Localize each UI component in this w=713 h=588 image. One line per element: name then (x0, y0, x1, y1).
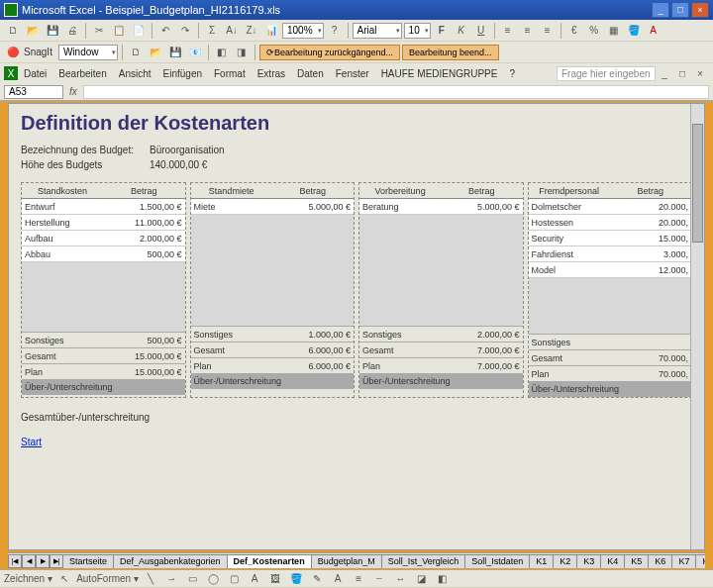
empty-row[interactable] (359, 243, 523, 256)
menu-fenster[interactable]: Fenster (330, 66, 375, 81)
arrow-icon[interactable]: → (162, 570, 180, 588)
clipart-icon[interactable]: 🖼 (266, 570, 284, 588)
menu-bearbeiten[interactable]: Bearbeiten (52, 66, 112, 81)
zoom-select[interactable]: 100% (282, 23, 324, 39)
menu-daten[interactable]: Daten (291, 66, 330, 81)
empty-row[interactable] (22, 276, 185, 290)
vertical-scrollbar[interactable] (690, 104, 704, 549)
formula-input[interactable] (83, 85, 709, 99)
menu-extras[interactable]: Extras (252, 66, 291, 81)
tool-icon-1[interactable]: 🗋 (127, 44, 145, 61)
help-icon[interactable]: ? (326, 22, 344, 40)
arrowstyle-icon[interactable]: ↔ (391, 570, 409, 588)
revert-edit-button[interactable]: ⟳ Bearbeitung zurückgängend... (259, 45, 400, 60)
table-row[interactable]: Miete5.000,00 € (191, 199, 355, 215)
sheet-tab-Soll_Istdaten[interactable]: Soll_Istdaten (464, 554, 530, 568)
sheet-tab-Soll_Ist_Vergleich[interactable]: Soll_Ist_Vergleich (381, 554, 466, 568)
autoshapes-menu[interactable]: AutoFormen (76, 573, 131, 584)
sort-desc-icon[interactable]: Z↓ (243, 22, 260, 40)
menu-datei[interactable]: Datei (18, 66, 52, 81)
minimize-button[interactable]: _ (652, 2, 669, 18)
empty-row[interactable] (359, 256, 523, 270)
table-row[interactable]: Model12.000, (529, 262, 692, 278)
percent-icon[interactable]: % (585, 22, 603, 40)
snagit-icon[interactable]: 🔴 (4, 44, 22, 61)
wordart-icon[interactable]: A (246, 570, 263, 588)
table-row[interactable]: Entwurf1.500,00 € (22, 199, 185, 215)
sort-asc-icon[interactable]: A↓ (223, 22, 241, 40)
save-icon[interactable]: 💾 (44, 22, 61, 40)
linecolor-icon[interactable]: ✎ (308, 570, 326, 588)
empty-row[interactable] (22, 290, 185, 304)
new-icon[interactable]: 🗋 (4, 22, 22, 40)
empty-row[interactable] (191, 243, 355, 256)
empty-row[interactable] (359, 270, 523, 284)
table-row[interactable]: Aufbau2.000,00 € (22, 231, 185, 246)
textbox-icon[interactable]: ▢ (225, 570, 243, 588)
empty-row[interactable] (359, 215, 523, 229)
doc-restore-icon[interactable]: □ (673, 64, 691, 82)
sheet-tab-K8[interactable]: K8 (695, 554, 705, 568)
empty-row[interactable] (529, 306, 692, 320)
empty-row[interactable] (359, 229, 523, 243)
menu-haufe mediengruppe[interactable]: HAUFE MEDIENGRUPPE (375, 66, 504, 81)
empty-row[interactable] (529, 292, 692, 306)
sheet-tab-K1[interactable]: K1 (529, 554, 554, 568)
paste-icon[interactable]: 📄 (130, 22, 148, 40)
empty-row[interactable] (191, 284, 355, 298)
tool-icon-2[interactable]: 📂 (147, 44, 164, 61)
empty-row[interactable] (191, 256, 355, 270)
fill-color-icon[interactable]: 🪣 (625, 22, 643, 40)
empty-row[interactable] (191, 312, 355, 326)
sheet-tab-K5[interactable]: K5 (624, 554, 649, 568)
ask-question-input[interactable]: Frage hier eingeben (557, 66, 656, 81)
redo-icon[interactable]: ↷ (176, 22, 194, 40)
select-icon[interactable]: ↖ (55, 570, 73, 588)
tab-nav-2[interactable]: ▶ (36, 554, 50, 568)
empty-row[interactable] (529, 320, 692, 334)
sheet-tab-K7[interactable]: K7 (671, 554, 696, 568)
tool-icon-5[interactable]: ◧ (213, 44, 231, 61)
autosum-icon[interactable]: Σ (203, 22, 221, 40)
empty-row[interactable] (22, 304, 185, 318)
sheet-tab-K6[interactable]: K6 (648, 554, 672, 568)
cut-icon[interactable]: ✂ (90, 22, 108, 40)
empty-row[interactable] (22, 318, 185, 332)
table-row[interactable]: Fahrdienst3.000, (529, 246, 692, 262)
menu-?[interactable]: ? (503, 66, 521, 81)
table-row[interactable]: Herstellung11.000,00 € (22, 215, 185, 231)
sheet-tab-Startseite[interactable]: Startseite (63, 554, 114, 568)
currency-icon[interactable]: € (565, 22, 583, 40)
empty-row[interactable] (359, 312, 523, 326)
align-left-icon[interactable]: ≡ (499, 22, 517, 40)
oval-icon[interactable]: ◯ (204, 570, 222, 588)
menu-format[interactable]: Format (208, 66, 252, 81)
tab-nav-1[interactable]: ◀ (22, 554, 36, 568)
print-icon[interactable]: 🖨 (63, 22, 81, 40)
tool-icon-4[interactable]: 📧 (186, 44, 204, 61)
underline-icon[interactable]: U (472, 22, 490, 40)
doc-minimize-icon[interactable]: _ (656, 64, 673, 82)
doc-close-icon[interactable]: × (691, 64, 709, 82)
empty-row[interactable] (191, 270, 355, 284)
font-size-select[interactable]: 10 (404, 23, 431, 39)
font-color-icon[interactable]: A (645, 22, 662, 40)
table-row[interactable]: Beratung5.000,00 € (359, 199, 523, 215)
empty-row[interactable] (359, 284, 523, 298)
tab-nav-3[interactable]: ▶| (50, 554, 63, 568)
tab-nav-0[interactable]: |◀ (8, 554, 22, 568)
fontcolor-icon[interactable]: A (329, 570, 347, 588)
end-edit-button[interactable]: Bearbeitung beend... (402, 45, 499, 60)
empty-row[interactable] (359, 298, 523, 312)
table-row[interactable]: Dolmetscher20.000, (529, 199, 692, 215)
app-icon[interactable]: X (4, 66, 18, 80)
empty-row[interactable] (22, 262, 185, 276)
menu-einfügen[interactable]: Einfügen (157, 66, 208, 81)
sheet-tab-K3[interactable]: K3 (576, 554, 601, 568)
sheet-tab-K2[interactable]: K2 (553, 554, 577, 568)
open-icon[interactable]: 📂 (24, 22, 42, 40)
snagit-window-select[interactable]: Window (58, 45, 118, 60)
lineweight-icon[interactable]: ≡ (350, 570, 367, 588)
tool-icon-6[interactable]: ◨ (233, 44, 251, 61)
fill-icon[interactable]: 🪣 (287, 570, 305, 588)
